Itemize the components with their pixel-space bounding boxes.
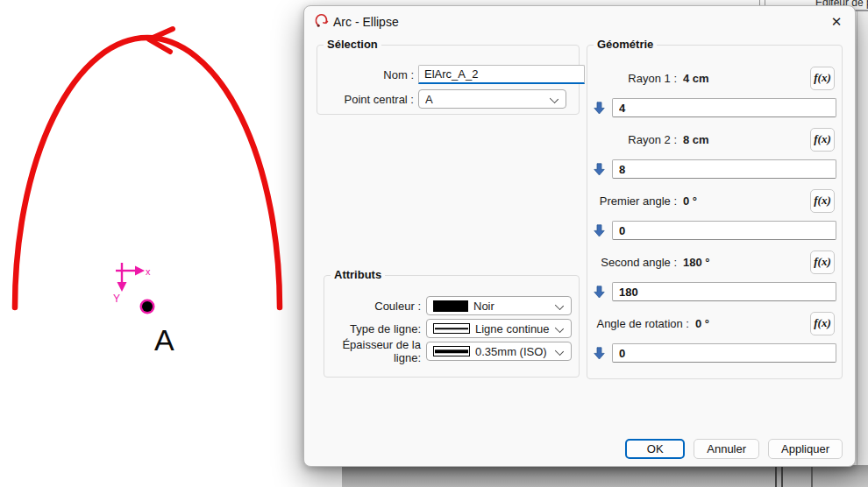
dialog-title: Arc - Ellipse: [333, 15, 399, 29]
apply-down-arrow-icon: [591, 224, 607, 237]
selection-groupbox: Sélection Nom : Point central : A: [317, 45, 580, 115]
center-point-row: Point central : A: [324, 88, 566, 109]
rayon2-input-row: [591, 159, 836, 180]
linetype-label: Type de ligne:: [330, 322, 421, 335]
app-window: .. Éditeur de p x Y A Arc - Ellips: [0, 0, 868, 487]
background-window-strip: [342, 465, 868, 487]
second-angle-input[interactable]: [612, 282, 836, 301]
premier-angle-fx-button[interactable]: f(x): [810, 189, 835, 213]
selection-legend: Sélection: [324, 38, 381, 51]
rayon2-label-row: Rayon 2 : 8 cm f(x): [594, 127, 835, 152]
dialog-buttons: OK Annuler Appliquer: [625, 439, 843, 459]
name-label: Nom :: [324, 68, 414, 81]
close-icon[interactable]: ✕: [825, 11, 848, 33]
apply-down-arrow-icon: [591, 286, 607, 299]
linewidth-label: Épaisseur de la ligne:: [330, 338, 421, 364]
rotation-angle-label: Angle de rotation :: [594, 317, 689, 330]
rayon1-value: 4 cm: [683, 72, 709, 85]
linetype-row: Type de ligne: Ligne continue: [330, 318, 572, 339]
premier-angle-input-row: [591, 220, 836, 241]
premier-angle-input[interactable]: [612, 221, 836, 240]
color-row: Couleur : Noir: [330, 295, 572, 316]
geometry-legend: Géométrie: [594, 38, 657, 51]
premier-angle-value: 0 °: [683, 194, 697, 208]
apply-down-arrow-icon: [591, 163, 607, 176]
background-panel-edge: [857, 0, 868, 487]
rayon2-label: Rayon 2 :: [594, 133, 677, 146]
apply-down-arrow-icon: [591, 102, 607, 115]
color-dropdown[interactable]: Noir: [426, 296, 572, 315]
y-axis-label: Y: [113, 293, 120, 305]
rayon2-fx-button[interactable]: f(x): [810, 128, 835, 152]
linetype-dropdown[interactable]: Ligne continue: [426, 319, 572, 338]
y-axis-arrowhead: [117, 282, 127, 292]
apply-down-arrow-icon: [591, 347, 607, 360]
chevron-down-icon: [555, 347, 564, 356]
rotation-angle-input[interactable]: [612, 343, 836, 363]
rotation-angle-fx-button[interactable]: f(x): [810, 312, 835, 335]
linewidth-dropdown[interactable]: 0.35mm (ISO): [426, 342, 572, 361]
background-window-border: [811, 465, 813, 487]
center-point-dropdown[interactable]: A: [418, 89, 566, 109]
chevron-down-icon: [555, 324, 564, 333]
name-row: Nom :: [324, 64, 566, 85]
attributes-groupbox: Attributs Couleur : Noir Type de ligne: …: [324, 275, 580, 378]
rayon1-input-row: [591, 97, 836, 118]
point-A-label: A: [154, 323, 174, 356]
arc-ellipse-dialog: Arc - Ellipse ✕ Sélection Nom : Point ce…: [303, 5, 856, 467]
local-axes-marker: x Y: [113, 263, 151, 305]
rayon1-fx-button[interactable]: f(x): [810, 67, 835, 90]
point-A[interactable]: [142, 301, 153, 312]
apply-button[interactable]: Appliquer: [768, 439, 843, 459]
rayon1-input[interactable]: [612, 98, 836, 117]
dialog-titlebar[interactable]: Arc - Ellipse ✕: [304, 6, 855, 38]
arc-tool-icon: [315, 12, 330, 29]
ok-button[interactable]: OK: [625, 439, 685, 459]
premier-angle-label-row: Premier angle : 0 ° f(x): [594, 188, 835, 213]
background-window-border: [775, 465, 777, 487]
second-angle-label: Second angle :: [594, 256, 677, 269]
linewidth-row: Épaisseur de la ligne: 0.35mm (ISO): [330, 341, 572, 362]
center-point-label: Point central :: [324, 93, 414, 106]
chevron-down-icon: [550, 95, 559, 103]
second-angle-value: 180 °: [683, 256, 710, 269]
drawing-canvas[interactable]: x Y A: [0, 0, 302, 487]
geometry-groupbox: Géométrie Rayon 1 : 4 cm f(x) Rayon 2 : …: [587, 45, 843, 379]
second-angle-label-row: Second angle : 180 ° f(x): [594, 250, 835, 274]
chevron-down-icon: [555, 301, 564, 310]
linetype-value: Ligne continue: [475, 322, 550, 335]
rotation-angle-input-row: [591, 342, 836, 363]
color-value: Noir: [473, 300, 494, 313]
rotation-angle-label-row: Angle de rotation : 0 ° f(x): [594, 311, 835, 335]
second-angle-fx-button[interactable]: f(x): [810, 251, 835, 274]
rayon2-value: 8 cm: [683, 133, 709, 146]
x-axis-label: x: [146, 266, 151, 277]
color-label: Couleur :: [330, 300, 421, 313]
color-swatch-black: [433, 300, 468, 312]
cancel-button[interactable]: Annuler: [694, 439, 759, 459]
rayon2-input[interactable]: [612, 159, 836, 179]
rotation-angle-value: 0 °: [695, 317, 709, 330]
background-window-border: [781, 465, 783, 487]
linewidth-preview-icon: [433, 346, 470, 356]
linewidth-value: 0.35mm (ISO): [475, 345, 547, 358]
x-axis-arrowhead: [135, 266, 145, 276]
center-point-value: A: [425, 93, 433, 106]
second-angle-input-row: [591, 281, 836, 302]
premier-angle-label: Premier angle :: [594, 194, 677, 208]
linetype-preview-icon: [433, 323, 470, 334]
rayon1-label-row: Rayon 1 : 4 cm f(x): [594, 66, 835, 90]
rayon1-label: Rayon 1 :: [594, 72, 677, 85]
name-input[interactable]: [418, 65, 585, 84]
attributes-legend: Attributs: [331, 268, 385, 281]
